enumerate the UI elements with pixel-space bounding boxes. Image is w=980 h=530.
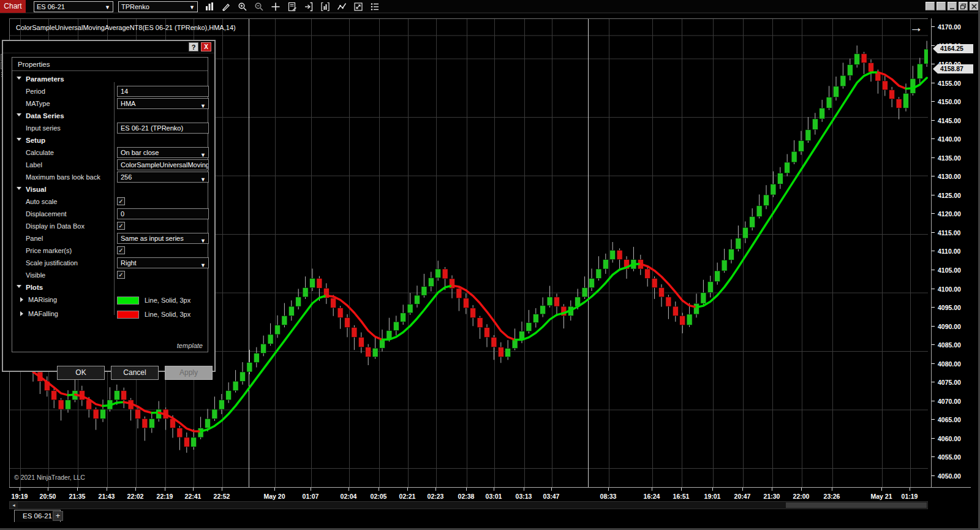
price-marker: 4164.25 (933, 44, 973, 53)
chevron-down-icon: ▼ (200, 236, 206, 246)
crosshair-icon[interactable] (271, 2, 281, 12)
property-row-maximum-bars-look-back: Maximum bars look back256▼ (12, 172, 208, 184)
scroll-to-latest-arrow[interactable]: → (910, 20, 923, 35)
tick-mark (932, 157, 935, 158)
period-selector[interactable]: TPRenko ▼ (118, 1, 198, 12)
expand-triangle-icon[interactable] (20, 311, 23, 316)
chevron-down-icon: ▼ (105, 2, 110, 12)
ok-button[interactable]: OK (57, 366, 105, 380)
zoom-in-icon[interactable] (238, 2, 247, 12)
tick-mark (932, 344, 935, 345)
section-header-parameters[interactable]: Parameters (12, 74, 208, 86)
dialog-titlebar[interactable]: ? X (3, 41, 214, 53)
chevron-down-icon: ▼ (200, 101, 206, 111)
property-row-label: LabelColorSampleUniversalMovingAv (12, 159, 208, 172)
tick-mark (772, 488, 772, 491)
close-icon[interactable]: X (201, 42, 211, 51)
input-series-field[interactable]: ES 06-21 (TPRenko) (117, 123, 209, 134)
window-buttons (925, 2, 979, 10)
time-tick-label: 19:01 (704, 493, 721, 500)
indicators-icon[interactable] (337, 2, 347, 12)
scroll-left-icon[interactable]: ◄ (10, 502, 18, 509)
tick-mark (932, 45, 935, 46)
tick-mark (910, 488, 910, 491)
tick-mark (932, 456, 935, 457)
auto-scale-checkbox[interactable]: ✓ (117, 197, 125, 205)
time-axis[interactable]: 19:1920:5021:3521:4322:0222:1922:4122:52… (9, 487, 971, 501)
scrollbar-thumb[interactable] (786, 502, 927, 508)
cancel-button[interactable]: Cancel (111, 366, 159, 380)
drawing-tools-icon[interactable] (221, 2, 231, 12)
displacement-field[interactable]: 0 (117, 208, 209, 219)
time-tick-label: 08:33 (600, 493, 617, 500)
price-axis[interactable]: 4170.004165.004160.004155.004150.004145.… (931, 18, 980, 501)
tick-mark (466, 488, 467, 491)
tick-mark (932, 289, 935, 289)
chart-trader-icon[interactable] (304, 2, 314, 12)
tick-mark (349, 488, 349, 491)
property-row-scale-justification: Scale justificationRight▼ (12, 257, 208, 270)
tick-mark (932, 120, 935, 121)
chart-menu-badge[interactable]: Chart (0, 0, 26, 13)
chart-type-icon[interactable] (320, 2, 330, 12)
section-header-setup[interactable]: Setup (12, 135, 208, 147)
matype-select[interactable]: HMA▼ (117, 98, 209, 109)
expand-triangle-icon[interactable] (20, 297, 23, 302)
tick-mark (379, 488, 379, 491)
add-tab-button[interactable]: + (53, 511, 63, 521)
property-row-calculate: CalculateOn bar close▼ (12, 147, 208, 159)
close-button[interactable] (970, 2, 979, 10)
plot-color-swatch[interactable] (117, 297, 139, 305)
tick-mark (932, 195, 935, 195)
tick-mark (932, 419, 935, 420)
restore-button[interactable] (959, 2, 968, 10)
section-header-plots[interactable]: Plots (12, 282, 208, 294)
price-marker: 4158.87 (933, 64, 973, 74)
plot-color-swatch[interactable] (117, 311, 139, 319)
template-link[interactable]: template (177, 342, 203, 349)
tick-mark (932, 307, 935, 308)
display-in-data-box-checkbox[interactable]: ✓ (117, 222, 125, 230)
tick-mark (652, 488, 652, 491)
section-header-visual[interactable]: Visual (12, 184, 208, 196)
horizontal-scrollbar[interactable]: ◄ (9, 501, 928, 509)
instrument-selector[interactable]: ES 06-21 ▼ (34, 1, 113, 12)
tick-mark (932, 326, 935, 327)
blank-2-button[interactable] (937, 2, 946, 10)
calculate-select[interactable]: On bar close▼ (117, 147, 209, 158)
collapse-triangle-icon (17, 77, 21, 80)
help-icon[interactable]: ? (189, 42, 198, 51)
time-tick-label: 22:00 (793, 493, 810, 500)
instrument-value: ES 06-21 (37, 2, 103, 12)
blank-1-button[interactable] (925, 2, 935, 10)
price-marker-s--checkbox[interactable]: ✓ (117, 246, 125, 254)
time-tick-label: May 21 (870, 493, 892, 500)
tick-mark (193, 488, 194, 491)
tick-mark (494, 488, 494, 491)
minimize-button[interactable] (948, 2, 957, 10)
section-header-data-series[interactable]: Data Series (12, 110, 208, 123)
visible-checkbox[interactable]: ✓ (117, 271, 125, 279)
tick-mark (932, 270, 935, 270)
time-tick-label: 21:30 (764, 493, 780, 500)
scale-justification-select[interactable]: Right▼ (117, 257, 209, 268)
time-tick-label: 02:38 (458, 493, 475, 500)
properties-icon[interactable] (370, 2, 380, 12)
label-field[interactable]: ColorSampleUniversalMovingAv (117, 159, 209, 170)
time-tick-label: 01:19 (902, 493, 918, 500)
price-type-icon[interactable] (205, 2, 214, 12)
strategies-icon[interactable] (353, 2, 363, 12)
period-field[interactable]: 14 (117, 86, 209, 97)
tick-mark (932, 83, 935, 83)
data-box-icon[interactable] (287, 2, 297, 12)
apply-button[interactable]: Apply (165, 366, 213, 380)
panel-select[interactable]: Same as input series▼ (117, 233, 209, 244)
time-tick-label: 16:24 (644, 493, 660, 500)
time-tick-label: 16:51 (673, 493, 690, 500)
maximum-bars-look-back-select[interactable]: 256▼ (117, 172, 209, 183)
time-tick-label: 02:05 (371, 493, 387, 500)
tick-mark (681, 488, 682, 491)
tick-mark (435, 488, 436, 491)
zoom-out-icon[interactable] (254, 2, 264, 12)
property-row-price-marker-s-: Price marker(s)✓ (12, 245, 208, 257)
